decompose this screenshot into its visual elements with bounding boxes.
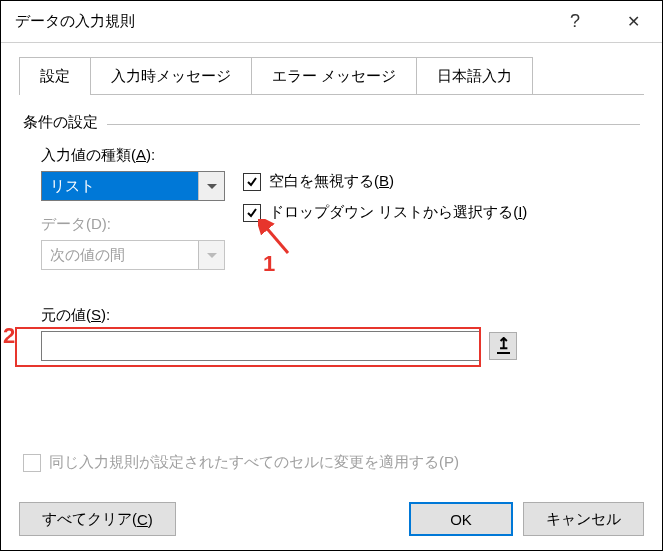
clear-all-button[interactable]: すべてクリア(C): [19, 502, 176, 536]
dialog-window: データの入力規則 ? ✕ 設定 入力時メッセージ エラー メッセージ 日本語入力…: [0, 0, 663, 551]
ok-button[interactable]: OK: [409, 502, 513, 536]
range-picker-button[interactable]: ↥: [489, 332, 517, 360]
help-button[interactable]: ?: [546, 1, 604, 43]
tab-underline: [19, 94, 644, 95]
cancel-button[interactable]: キャンセル: [523, 502, 644, 536]
range-picker-icon: ↥: [497, 338, 510, 354]
chevron-down-icon: [207, 184, 217, 189]
in-cell-dropdown-label: ドロップダウン リストから選択する(I): [269, 203, 527, 222]
window-title: データの入力規則: [15, 12, 546, 31]
in-cell-dropdown-row[interactable]: ドロップダウン リストから選択する(I): [243, 203, 527, 222]
check-icon: [246, 207, 258, 219]
apply-all-row: 同じ入力規則が設定されたすべてのセルに変更を適用する(P): [23, 453, 459, 472]
data-combo: 次の値の間: [41, 240, 225, 270]
check-icon: [246, 176, 258, 188]
titlebar: データの入力規則 ? ✕: [1, 1, 662, 43]
tab-bar: 設定 入力時メッセージ エラー メッセージ 日本語入力: [1, 43, 662, 95]
allow-combo-button[interactable]: [198, 172, 224, 200]
tab-error-alert[interactable]: エラー メッセージ: [252, 57, 417, 95]
section-divider: [107, 124, 640, 125]
data-combo-value: 次の値の間: [42, 241, 198, 269]
apply-all-checkbox: [23, 454, 41, 472]
ignore-blank-checkbox[interactable]: [243, 173, 261, 191]
apply-all-label: 同じ入力規則が設定されたすべてのセルに変更を適用する(P): [49, 453, 459, 472]
tab-ime[interactable]: 日本語入力: [417, 57, 533, 95]
allow-combo-value: リスト: [42, 172, 198, 200]
content-area: 条件の設定 入力値の種類(A): リスト データ(D): 次の値の間: [1, 95, 662, 490]
source-input[interactable]: [41, 331, 481, 361]
ignore-blank-label: 空白を無視する(B): [269, 172, 394, 191]
ignore-blank-row[interactable]: 空白を無視する(B): [243, 172, 527, 191]
allow-combo[interactable]: リスト: [41, 171, 225, 201]
data-label: データ(D):: [41, 215, 225, 234]
allow-label: 入力値の種類(A):: [41, 146, 225, 165]
tab-settings[interactable]: 設定: [19, 57, 91, 95]
source-label: 元の値(S):: [41, 306, 640, 325]
in-cell-dropdown-checkbox[interactable]: [243, 204, 261, 222]
data-combo-button: [198, 241, 224, 269]
tab-input-message[interactable]: 入力時メッセージ: [91, 57, 252, 95]
fieldset-header: 条件の設定: [23, 113, 640, 132]
close-button[interactable]: ✕: [604, 1, 662, 43]
footer: すべてクリア(C) OK キャンセル: [1, 490, 662, 550]
annotation-marker-2: 2: [3, 323, 15, 349]
section-label: 条件の設定: [23, 113, 98, 130]
chevron-down-icon: [207, 253, 217, 258]
